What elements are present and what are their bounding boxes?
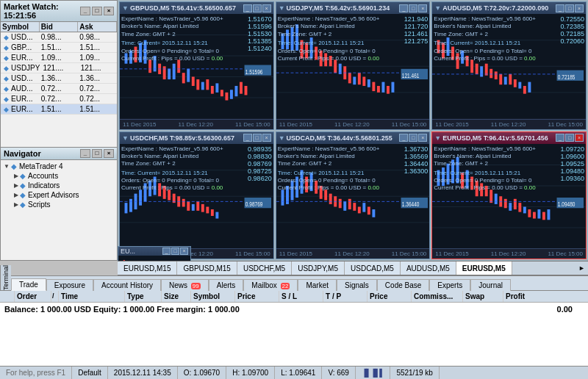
navigator-item-indicators[interactable]: ▶ ◆ Indicators xyxy=(2,181,115,190)
term-tab-mailbox[interactable]: Mailbox 22 xyxy=(243,279,298,291)
svg-text:1.36440: 1.36440 xyxy=(402,201,420,208)
term-tab-exposure[interactable]: Exposure xyxy=(46,279,93,291)
nav-label: Expert Advisors xyxy=(28,191,79,199)
svg-rect-170 xyxy=(528,209,531,217)
market-watch-close[interactable]: × xyxy=(104,7,114,15)
svg-rect-79 xyxy=(485,64,488,76)
market-watch-minimize[interactable]: _ xyxy=(80,7,90,15)
svg-rect-58 xyxy=(377,86,380,93)
term-tab-experts[interactable]: Experts xyxy=(429,279,470,291)
navigator-item-expert-advisors[interactable]: ▶ ◆ Expert Advisors xyxy=(2,190,115,200)
chart-close[interactable]: × xyxy=(418,4,427,12)
status-indicator-bars: ▐▌▐▌▌ xyxy=(362,369,384,377)
svg-rect-30 xyxy=(245,86,248,95)
svg-rect-86 xyxy=(519,82,522,89)
chart-usdchf-body: ExpertName : NewsTrader_v5.96 600+ Broke… xyxy=(120,144,273,259)
chart-minimize[interactable]: _ xyxy=(399,4,408,12)
navigator-close[interactable]: × xyxy=(104,149,114,158)
mw-symbol: ◆USD... xyxy=(1,73,40,83)
small-chart-close[interactable]: × xyxy=(180,248,188,255)
svg-text:0.98769: 0.98769 xyxy=(245,201,263,208)
tab-eurusd-m15[interactable]: EURUSD,M15 xyxy=(118,261,177,275)
navigator-item-accounts[interactable]: ▶ ◆ Accounts xyxy=(2,171,115,181)
svg-rect-169 xyxy=(523,206,526,213)
chart-tabs-scroll-right[interactable]: ► xyxy=(576,264,588,272)
chart-close[interactable]: × xyxy=(418,134,427,142)
list-item[interactable]: ◆GBP... 1.51... 1.51... xyxy=(1,43,117,53)
svg-rect-141 xyxy=(368,206,370,214)
svg-rect-114 xyxy=(211,209,214,216)
term-tab-account-history[interactable]: Account History xyxy=(93,279,161,291)
chart-maximize[interactable]: □ xyxy=(409,4,417,12)
list-item[interactable]: ◆EUR... 0.72... 0.72... xyxy=(1,94,117,104)
list-item[interactable]: ◆EUR... 1.51... 1.51... xyxy=(1,104,117,115)
market-watch-maximize[interactable]: □ xyxy=(92,7,102,15)
chart-usdchf-overlay: ExpertName : NewsTrader_v5.96 600+ Broke… xyxy=(121,145,223,192)
svg-rect-55 xyxy=(362,77,365,86)
term-tab-signals[interactable]: Signals xyxy=(337,279,377,291)
terminal-side-label[interactable]: Terminal xyxy=(0,265,11,290)
chart-minimize[interactable]: _ xyxy=(399,134,408,142)
svg-rect-136 xyxy=(343,201,346,210)
th-tp: T / P xyxy=(323,291,368,302)
svg-rect-14 xyxy=(168,69,171,79)
mw-bid: 1.51... xyxy=(40,104,79,114)
accounts-icon: ◆ xyxy=(20,172,26,180)
chart-close[interactable]: × xyxy=(262,134,271,142)
list-item[interactable]: ◆EUR... 1.09... 1.09... xyxy=(1,53,117,63)
mw-symbol: ◆USDJPY xyxy=(1,63,41,73)
term-tab-journal[interactable]: Journal xyxy=(470,279,511,291)
navigator-maximize[interactable]: □ xyxy=(92,149,102,158)
tab-usdcad-m5[interactable]: USDCAD,M5 xyxy=(345,261,401,275)
market-watch-controls: _ □ × xyxy=(80,7,114,15)
chart-maximize[interactable]: □ xyxy=(565,4,574,12)
tab-audusd-m5[interactable]: AUDUSD,M5 xyxy=(401,261,456,275)
term-tab-code-base[interactable]: Code Base xyxy=(377,279,429,291)
tab-usdchf-m5[interactable]: USDCHF,M5 xyxy=(237,261,292,275)
small-chart-maximize[interactable]: □ xyxy=(171,248,179,255)
chart-gbpusd[interactable]: ▼ GBPUSD,M5 T:56.41v:5.56500.657 _ □ × E… xyxy=(119,1,274,130)
chart-minimize[interactable]: _ xyxy=(243,4,252,12)
small-chart-minimize[interactable]: _ xyxy=(162,248,171,255)
chart-close[interactable]: × xyxy=(575,134,584,142)
tab-gbpusd-m15[interactable]: GBPUSD,M15 xyxy=(177,261,237,275)
chart-gbpusd-dates: 11 Dec 2015 11 Dec 12:20 11 Dec 15:00 xyxy=(120,119,273,129)
term-tab-market[interactable]: Market xyxy=(298,279,337,291)
chart-minimize[interactable]: _ xyxy=(556,4,564,12)
chart-usdcad[interactable]: ▼ USDCAD,M5 T:36.44v:5.56801.255 _ □ × E… xyxy=(276,131,431,260)
chart-eurusd[interactable]: ▼ EURUSD,M5 T:96.41v:5.56701.456 _ □ × E… xyxy=(431,131,587,260)
nav-label: MetaTrader 4 xyxy=(19,162,63,170)
tab-eurusd-m5[interactable]: EURUSD,M5 xyxy=(456,261,512,275)
chart-minimize[interactable]: _ xyxy=(556,134,564,142)
navigator-item-metatrader[interactable]: ▼ ◆ MetaTrader 4 xyxy=(2,162,115,171)
mw-symbol: ◆EUR... xyxy=(1,104,40,114)
svg-rect-166 xyxy=(509,203,512,211)
chart-usdjpy-body: ExpertName : NewsTrader_v5.96 600+ Broke… xyxy=(276,14,430,129)
navigator-minimize[interactable]: _ xyxy=(80,149,90,158)
term-tab-alerts[interactable]: Alerts xyxy=(209,279,244,291)
chart-maximize[interactable]: □ xyxy=(253,4,262,12)
svg-rect-17 xyxy=(182,73,185,83)
chart-maximize[interactable]: □ xyxy=(409,134,417,142)
list-item[interactable]: ◆USD... 0.98... 0.98... xyxy=(1,32,117,43)
chart-usdchf[interactable]: ▼ USDCHF,M5 T:98.85v:5.56300.657 _ □ × E… xyxy=(119,131,274,260)
term-tab-news[interactable]: News 99 xyxy=(161,279,209,291)
list-item[interactable]: ◆USD... 1.36... 1.36... xyxy=(1,73,117,84)
chart-maximize[interactable]: □ xyxy=(253,134,262,142)
list-item[interactable]: ◆USDJPY 121.... 121.... xyxy=(1,63,117,73)
chart-close[interactable]: × xyxy=(262,4,271,12)
chart-usdjpy[interactable]: ▼ USDJPY,M5 T:56.42v:5.56901.234 _ □ × E… xyxy=(276,1,431,130)
term-tab-trade[interactable]: Trade xyxy=(11,278,46,291)
tab-usdjpy-m5[interactable]: USDJPY,M5 xyxy=(292,261,345,275)
chart-close[interactable]: × xyxy=(575,4,584,12)
chart-audusd[interactable]: ▼ AUDUSD,M5 T:72.20v:7.22000.090 _ □ × E… xyxy=(431,1,587,130)
status-help-text: For help, press F1 xyxy=(6,369,65,377)
chart-maximize[interactable]: □ xyxy=(565,134,574,142)
mw-ask: 0.98... xyxy=(78,32,117,42)
svg-rect-57 xyxy=(372,82,375,91)
chart-minimize[interactable]: _ xyxy=(243,134,252,142)
chart-usdjpy-overlay: ExpertName : NewsTrader_v5.96 600+ Broke… xyxy=(278,15,380,62)
navigator-item-scripts[interactable]: ▶ ◆ Scripts xyxy=(2,200,115,209)
mw-ask: 0.72... xyxy=(78,94,117,104)
list-item[interactable]: ◆AUD... 0.72... 0.72... xyxy=(1,84,117,94)
